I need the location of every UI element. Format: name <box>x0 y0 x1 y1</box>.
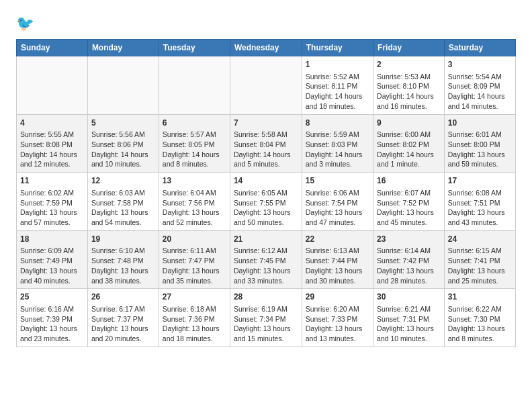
cell-info-line: Daylight: 14 hours <box>377 150 441 160</box>
cell-info-line: Sunrise: 6:13 AM <box>306 246 369 256</box>
cell-info-line: Sunrise: 6:01 AM <box>448 130 512 140</box>
cell-info-line: Sunset: 7:36 PM <box>163 314 226 324</box>
day-number: 29 <box>306 291 369 303</box>
day-number: 22 <box>306 234 369 245</box>
cell-info-line: Sunset: 8:11 PM <box>306 81 369 91</box>
cell-info-line: Sunrise: 5:57 AM <box>163 130 226 140</box>
cell-info-line: Sunset: 7:41 PM <box>448 256 512 266</box>
cell-info-line: Daylight: 13 hours <box>306 266 369 276</box>
cell-info-line: and 16 minutes. <box>377 101 441 111</box>
cell-info-line: Daylight: 13 hours <box>163 208 226 218</box>
calendar-cell: 11Sunrise: 6:02 AMSunset: 7:59 PMDayligh… <box>17 173 88 231</box>
cell-info-line: Sunset: 7:42 PM <box>377 256 441 266</box>
day-number: 6 <box>163 118 226 129</box>
day-header-tuesday: Tuesday <box>159 40 230 56</box>
calendar-cell: 23Sunrise: 6:14 AMSunset: 7:42 PMDayligh… <box>373 230 445 289</box>
cell-info-line: Sunset: 8:04 PM <box>234 140 298 150</box>
calendar-cell: 16Sunrise: 6:07 AMSunset: 7:52 PMDayligh… <box>373 173 445 231</box>
day-number: 7 <box>234 118 298 129</box>
cell-info-line: and 59 minutes. <box>448 159 512 169</box>
cell-info-line: Daylight: 13 hours <box>306 208 369 218</box>
day-number: 8 <box>306 118 369 129</box>
cell-info-line: Sunrise: 6:19 AM <box>234 304 298 314</box>
calendar-cell: 15Sunrise: 6:06 AMSunset: 7:54 PMDayligh… <box>302 173 373 231</box>
cell-info-line: Daylight: 13 hours <box>448 324 512 334</box>
cell-info-line: and 20 minutes. <box>91 334 155 344</box>
calendar-cell: 29Sunrise: 6:20 AMSunset: 7:33 PMDayligh… <box>302 289 373 347</box>
cell-info-line: Sunrise: 6:00 AM <box>377 130 441 140</box>
cell-info-line: Daylight: 14 hours <box>20 150 84 160</box>
cell-info-line: Daylight: 13 hours <box>234 266 298 276</box>
cell-info-line: Sunset: 7:37 PM <box>91 314 155 324</box>
cell-info-line: Sunrise: 6:04 AM <box>163 188 226 198</box>
calendar-cell <box>230 56 302 115</box>
cell-info-line: and 52 minutes. <box>163 218 226 228</box>
calendar-cell: 27Sunrise: 6:18 AMSunset: 7:36 PMDayligh… <box>159 289 230 347</box>
svg-text:🐦: 🐦 <box>16 14 35 32</box>
day-number: 27 <box>163 291 226 303</box>
cell-info-line: Daylight: 13 hours <box>20 208 84 218</box>
cell-info-line: Sunset: 7:52 PM <box>377 198 441 208</box>
day-number: 4 <box>20 118 84 129</box>
cell-info-line: and 8 minutes. <box>163 159 226 169</box>
cell-info-line: Daylight: 13 hours <box>163 266 226 276</box>
calendar-cell: 31Sunrise: 6:22 AMSunset: 7:30 PMDayligh… <box>444 289 515 347</box>
calendar-body: 1Sunrise: 5:52 AMSunset: 8:11 PMDaylight… <box>17 56 516 347</box>
day-number: 24 <box>448 234 512 245</box>
cell-info-line: Daylight: 13 hours <box>377 208 441 218</box>
cell-info-line: Sunset: 7:55 PM <box>234 198 298 208</box>
day-number: 10 <box>448 118 512 129</box>
calendar-cell: 3Sunrise: 5:54 AMSunset: 8:09 PMDaylight… <box>444 56 515 115</box>
logo: 🐦 <box>16 13 36 32</box>
cell-info-line: Sunset: 7:34 PM <box>234 314 298 324</box>
cell-info-line: and 23 minutes. <box>20 334 84 344</box>
cell-info-line: Sunrise: 6:09 AM <box>20 246 84 256</box>
cell-info-line: Sunrise: 6:03 AM <box>91 188 155 198</box>
cell-info-line: Daylight: 13 hours <box>163 324 226 334</box>
cell-info-line: and 35 minutes. <box>163 276 226 286</box>
cell-info-line: Daylight: 14 hours <box>448 91 512 101</box>
day-number: 15 <box>306 175 369 187</box>
calendar-cell <box>87 56 159 115</box>
cell-info-line: Daylight: 14 hours <box>377 91 441 101</box>
calendar-cell: 30Sunrise: 6:21 AMSunset: 7:31 PMDayligh… <box>373 289 445 347</box>
cell-info-line: and 1 minute. <box>377 159 441 169</box>
calendar-cell: 5Sunrise: 5:56 AMSunset: 8:06 PMDaylight… <box>87 114 159 173</box>
calendar-cell: 20Sunrise: 6:11 AMSunset: 7:47 PMDayligh… <box>159 230 230 289</box>
cell-info-line: Sunrise: 5:55 AM <box>20 130 84 140</box>
cell-info-line: and 47 minutes. <box>306 218 369 228</box>
cell-info-line: Daylight: 13 hours <box>377 324 441 334</box>
cell-info-line: Daylight: 14 hours <box>306 150 369 160</box>
cell-info-line: and 43 minutes. <box>448 218 512 228</box>
cell-info-line: Sunset: 7:31 PM <box>377 314 441 324</box>
cell-info-line: Daylight: 14 hours <box>306 91 369 101</box>
cell-info-line: Daylight: 13 hours <box>306 324 369 334</box>
cell-info-line: Daylight: 13 hours <box>91 208 155 218</box>
calendar-cell: 12Sunrise: 6:03 AMSunset: 7:58 PMDayligh… <box>87 173 159 231</box>
day-number: 30 <box>377 291 441 303</box>
cell-info-line: Sunrise: 6:07 AM <box>377 188 441 198</box>
cell-info-line: Daylight: 13 hours <box>91 266 155 276</box>
cell-info-line: Daylight: 14 hours <box>91 150 155 160</box>
cell-info-line: Sunrise: 6:05 AM <box>234 188 298 198</box>
cell-info-line: and 13 minutes. <box>306 334 369 344</box>
cell-info-line: and 10 minutes. <box>377 334 441 344</box>
calendar-cell: 22Sunrise: 6:13 AMSunset: 7:44 PMDayligh… <box>302 230 373 289</box>
day-header-wednesday: Wednesday <box>230 40 302 56</box>
day-header-thursday: Thursday <box>302 40 373 56</box>
day-number: 21 <box>234 234 298 245</box>
day-number: 11 <box>20 175 84 187</box>
day-number: 14 <box>234 175 298 187</box>
cell-info-line: Daylight: 13 hours <box>20 266 84 276</box>
cell-info-line: Sunset: 7:47 PM <box>163 256 226 266</box>
cell-info-line: and 12 minutes. <box>20 159 84 169</box>
calendar-cell: 9Sunrise: 6:00 AMSunset: 8:02 PMDaylight… <box>373 114 445 173</box>
header: 🐦 <box>16 13 516 32</box>
cell-info-line: and 38 minutes. <box>91 276 155 286</box>
cell-info-line: Sunrise: 5:54 AM <box>448 72 512 82</box>
calendar-cell: 7Sunrise: 5:58 AMSunset: 8:04 PMDaylight… <box>230 114 302 173</box>
cell-info-line: Sunset: 7:44 PM <box>306 256 369 266</box>
cell-info-line: and 40 minutes. <box>20 276 84 286</box>
cell-info-line: Daylight: 14 hours <box>163 150 226 160</box>
cell-info-line: Sunrise: 5:52 AM <box>306 72 369 82</box>
